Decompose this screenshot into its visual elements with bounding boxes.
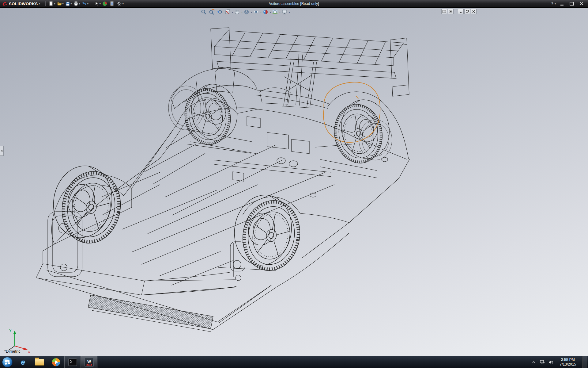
zoom-to-area-button[interactable] <box>208 8 216 16</box>
taskbar-item-solidworks[interactable]: w 2015 <box>81 356 97 368</box>
open-button[interactable] <box>56 1 63 7</box>
undo-button[interactable] <box>81 1 88 7</box>
system-tray: 3:55 PM 7/13/2015 <box>531 356 588 368</box>
solidworks-version-badge: 2015 <box>85 363 93 366</box>
brand-text: SOLIDWORKS <box>9 2 38 6</box>
taskbar-item-windows-explorer[interactable] <box>31 356 48 368</box>
select-cursor-icon <box>94 1 99 6</box>
eye-icon <box>253 9 259 15</box>
close-icon <box>580 2 583 6</box>
panel-collapse-tab[interactable] <box>0 146 4 156</box>
minimize-button[interactable] <box>558 1 566 6</box>
close-button[interactable] <box>578 1 586 6</box>
folder-icon <box>35 359 44 366</box>
doc-close-icon <box>472 10 475 13</box>
rebuild-button[interactable] <box>101 1 108 7</box>
network-monitor-icon <box>540 360 545 364</box>
zoom-to-fit-button[interactable] <box>200 8 208 16</box>
graphics-area[interactable]: Y x <box>0 7 588 356</box>
command-prompt-icon <box>68 358 77 366</box>
solidworks-logo-icon <box>2 1 7 6</box>
document-window-controls <box>441 9 477 14</box>
start-button[interactable] <box>0 356 15 368</box>
options-button[interactable] <box>116 1 123 7</box>
file-properties-button[interactable] <box>109 1 115 7</box>
solidworks-app-icon: w 2015 <box>85 358 94 367</box>
wing-supports <box>282 54 318 108</box>
previous-view-button[interactable] <box>216 8 224 16</box>
wheel-front-left <box>47 161 127 248</box>
internet-explorer-icon: e <box>21 358 25 366</box>
taskbar-clock[interactable]: 3:55 PM 7/13/2015 <box>557 358 579 367</box>
triad-y-label: Y <box>9 329 12 332</box>
save-dropdown-icon[interactable]: ▾ <box>71 2 72 5</box>
edit-appearance-button[interactable] <box>262 8 270 16</box>
chevron-up-icon <box>532 361 536 364</box>
zoom-to-area-icon <box>209 9 215 15</box>
clock-time: 3:55 PM <box>561 358 575 362</box>
wheel-front-right <box>168 81 242 148</box>
network-icon[interactable] <box>540 359 545 365</box>
hide-show-items-button[interactable] <box>252 8 260 16</box>
appearance-ball-icon <box>262 9 269 15</box>
apply-scene-button[interactable] <box>271 8 279 16</box>
car-body <box>36 67 410 330</box>
zoom-to-fit-icon <box>201 9 207 15</box>
scene-ball-icon <box>272 9 278 15</box>
section-view-icon <box>224 9 231 15</box>
brand-caret-icon[interactable]: ▾ <box>39 2 40 5</box>
doc-minimize-icon <box>459 10 462 13</box>
triad-x-label: x <box>28 350 30 353</box>
split-view-button[interactable] <box>441 9 447 14</box>
section-view-button[interactable] <box>224 8 232 16</box>
options-gear-icon <box>117 1 122 6</box>
windows-flag-icon <box>5 360 10 365</box>
floor-mesh-grille <box>88 295 213 332</box>
display-style-icon <box>243 9 250 15</box>
doc-restore-icon <box>466 10 469 13</box>
collapse-arrow-icon <box>1 150 2 152</box>
maximize-button[interactable] <box>568 1 576 6</box>
volume-icon[interactable] <box>548 359 554 365</box>
display-style-button[interactable] <box>243 8 251 16</box>
undo-dropdown-icon[interactable]: ▾ <box>87 2 89 5</box>
taskbar-item-internet-explorer[interactable]: e <box>15 356 31 368</box>
doc-close-button[interactable] <box>471 9 477 14</box>
options-dropdown-icon[interactable]: ▾ <box>123 2 124 5</box>
show-desktop-button[interactable] <box>582 356 587 368</box>
taskbar-item-command-prompt[interactable] <box>64 356 81 368</box>
view-orientation-label: *Dimetric <box>4 349 21 354</box>
minimize-icon <box>560 5 564 6</box>
select-dropdown-icon[interactable]: ▾ <box>100 2 101 5</box>
doc-restore-button[interactable] <box>464 9 470 14</box>
save-button[interactable] <box>64 1 71 7</box>
solidworks-w-glyph: w <box>87 358 91 364</box>
doc-minimize-button[interactable] <box>458 9 464 14</box>
split-view-icon <box>443 10 446 13</box>
taskbar-item-media-player[interactable] <box>48 356 64 368</box>
maximize-icon <box>570 2 574 6</box>
media-player-icon <box>52 358 60 366</box>
help-button[interactable]: ? <box>551 2 553 6</box>
toolbar-separator <box>45 1 46 6</box>
print-dropdown-icon[interactable]: ▾ <box>79 2 80 5</box>
play-icon <box>55 360 58 364</box>
help-dropdown-icon[interactable]: ▾ <box>555 2 556 5</box>
view-orientation-button[interactable] <box>233 8 241 16</box>
open-dropdown-icon[interactable]: ▾ <box>62 2 64 5</box>
wheel-rear-right <box>329 96 394 167</box>
view-settings-button[interactable] <box>281 8 288 16</box>
new-document-button[interactable] <box>48 1 55 7</box>
new-dropdown-icon[interactable]: ▾ <box>54 2 55 5</box>
app-logo: SOLIDWORKS ▾ <box>0 1 43 6</box>
new-document-icon <box>48 1 54 6</box>
print-button[interactable] <box>73 1 79 7</box>
view-settings-icon <box>281 9 288 15</box>
select-button[interactable] <box>93 1 100 7</box>
toolbar-separator <box>91 1 91 6</box>
view-settings-dropdown-icon[interactable]: ▾ <box>289 11 290 13</box>
wheel-rear-left <box>228 190 306 275</box>
full-screen-button[interactable] <box>448 9 454 14</box>
speaker-icon <box>548 360 553 364</box>
hidden-icons-chevron[interactable] <box>531 359 537 365</box>
